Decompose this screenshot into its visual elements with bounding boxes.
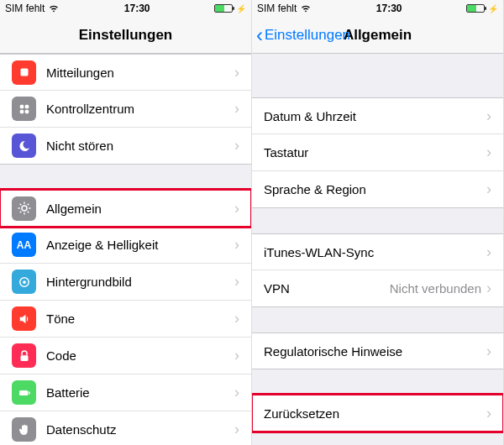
row-passcode[interactable]: Code › bbox=[0, 338, 251, 374]
battery-icon bbox=[12, 380, 36, 405]
gear-icon bbox=[12, 196, 36, 221]
general-screen: SIM fehlt 17:30 ⚡ ‹ Einstellungen Allgem… bbox=[252, 0, 504, 445]
row-keyboard[interactable]: Tastatur › bbox=[252, 134, 503, 171]
status-bar: SIM fehlt 17:30 ⚡ bbox=[0, 0, 251, 17]
back-button[interactable]: ‹ Einstellungen bbox=[256, 17, 350, 53]
row-label: Regulatorische Hinweise bbox=[264, 344, 486, 359]
chevron-right-icon: › bbox=[234, 384, 239, 401]
chevron-right-icon: › bbox=[234, 200, 239, 217]
wifi-icon bbox=[300, 2, 312, 16]
row-label: Töne bbox=[46, 312, 234, 326]
svg-rect-2 bbox=[24, 104, 29, 108]
lock-icon bbox=[12, 343, 36, 368]
clock-label: 17:30 bbox=[376, 3, 402, 14]
row-notifications[interactable]: Mitteilungen › bbox=[0, 54, 251, 91]
general-list[interactable]: Datum & Uhrzeit › Tastatur › Sprache & R… bbox=[252, 54, 503, 445]
chevron-right-icon: › bbox=[486, 243, 491, 261]
chevron-right-icon: › bbox=[234, 273, 239, 291]
wifi-icon bbox=[48, 2, 60, 16]
notifications-icon bbox=[12, 60, 36, 85]
chevron-right-icon: › bbox=[486, 107, 491, 125]
row-label: Zurücksetzen bbox=[264, 406, 486, 421]
svg-line-11 bbox=[27, 212, 29, 213]
row-display[interactable]: AA Anzeige & Helligkeit › bbox=[0, 227, 251, 264]
back-label: Einstellungen bbox=[265, 27, 350, 44]
row-label: Sprache & Region bbox=[264, 182, 486, 196]
moon-icon bbox=[12, 134, 36, 158]
row-label: Batterie bbox=[46, 385, 234, 400]
row-date-time[interactable]: Datum & Uhrzeit › bbox=[252, 97, 503, 134]
settings-screen: SIM fehlt 17:30 ⚡ Einstellungen Mitteilu… bbox=[0, 0, 252, 445]
navbar: Einstellungen bbox=[0, 17, 251, 54]
clock-label: 17:30 bbox=[124, 3, 150, 14]
chevron-right-icon: › bbox=[234, 347, 239, 364]
row-itunes-wlan-sync[interactable]: iTunes-WLAN-Sync › bbox=[252, 233, 503, 270]
chevron-right-icon: › bbox=[486, 343, 491, 360]
row-control-center[interactable]: Kontrollzentrum › bbox=[0, 91, 251, 128]
row-do-not-disturb[interactable]: Nicht stören › bbox=[0, 128, 251, 165]
row-label: Tastatur bbox=[264, 145, 486, 160]
svg-line-10 bbox=[19, 204, 21, 206]
speaker-icon bbox=[12, 306, 36, 331]
svg-point-15 bbox=[23, 280, 26, 284]
row-label: VPN bbox=[264, 281, 390, 296]
svg-rect-4 bbox=[24, 109, 29, 113]
control-center-icon bbox=[12, 97, 36, 121]
svg-rect-17 bbox=[19, 390, 29, 395]
carrier-label: SIM fehlt bbox=[257, 3, 297, 14]
charging-icon: ⚡ bbox=[488, 4, 498, 13]
chevron-left-icon: ‹ bbox=[256, 25, 263, 45]
wallpaper-icon bbox=[12, 270, 36, 294]
page-title: Einstellungen bbox=[79, 27, 172, 44]
row-value: Nicht verbunden bbox=[390, 281, 481, 296]
svg-rect-3 bbox=[19, 109, 24, 113]
svg-line-12 bbox=[19, 212, 21, 213]
display-icon: AA bbox=[12, 233, 36, 257]
row-label: iTunes-WLAN-Sync bbox=[264, 245, 486, 259]
row-battery[interactable]: Batterie › bbox=[0, 374, 251, 411]
charging-icon: ⚡ bbox=[236, 4, 246, 13]
chevron-right-icon: › bbox=[234, 64, 239, 81]
svg-point-5 bbox=[22, 206, 27, 211]
svg-line-13 bbox=[27, 204, 29, 206]
chevron-right-icon: › bbox=[486, 181, 491, 198]
svg-rect-0 bbox=[20, 69, 28, 76]
status-bar: SIM fehlt 17:30 ⚡ bbox=[252, 0, 503, 17]
page-title: Allgemein bbox=[344, 27, 412, 44]
row-label: Datenschutz bbox=[46, 422, 234, 437]
row-language-region[interactable]: Sprache & Region › bbox=[252, 171, 503, 208]
hand-icon bbox=[12, 417, 36, 442]
svg-rect-1 bbox=[19, 104, 24, 108]
chevron-right-icon: › bbox=[234, 100, 239, 118]
row-reset[interactable]: Zurücksetzen › bbox=[252, 395, 503, 432]
row-general[interactable]: Allgemein › bbox=[0, 190, 251, 227]
row-label: Datum & Uhrzeit bbox=[264, 109, 486, 123]
svg-rect-16 bbox=[20, 355, 28, 361]
row-label: Kontrollzentrum bbox=[46, 102, 234, 116]
chevron-right-icon: › bbox=[486, 144, 491, 161]
chevron-right-icon: › bbox=[234, 236, 239, 254]
battery-icon bbox=[466, 4, 485, 13]
chevron-right-icon: › bbox=[234, 310, 239, 327]
row-label: Code bbox=[46, 348, 234, 363]
row-wallpaper[interactable]: Hintergrundbild › bbox=[0, 264, 251, 301]
svg-rect-18 bbox=[29, 391, 30, 394]
row-label: Mitteilungen bbox=[46, 65, 234, 80]
carrier-label: SIM fehlt bbox=[5, 3, 45, 14]
row-label: Allgemein bbox=[46, 202, 234, 216]
chevron-right-icon: › bbox=[234, 137, 239, 154]
row-sounds[interactable]: Töne › bbox=[0, 301, 251, 338]
row-privacy[interactable]: Datenschutz › bbox=[0, 411, 251, 445]
row-label: Nicht stören bbox=[46, 139, 234, 153]
row-vpn[interactable]: VPN Nicht verbunden › bbox=[252, 270, 503, 307]
row-label: Anzeige & Helligkeit bbox=[46, 238, 234, 252]
navbar: ‹ Einstellungen Allgemein bbox=[252, 17, 503, 54]
chevron-right-icon: › bbox=[486, 280, 491, 297]
chevron-right-icon: › bbox=[234, 421, 239, 438]
settings-list[interactable]: Mitteilungen › Kontrollzentrum › Nicht s… bbox=[0, 54, 251, 445]
row-label: Hintergrundbild bbox=[46, 275, 234, 289]
battery-icon bbox=[214, 4, 233, 13]
chevron-right-icon: › bbox=[486, 405, 491, 422]
row-regulatory[interactable]: Regulatorische Hinweise › bbox=[252, 332, 503, 369]
